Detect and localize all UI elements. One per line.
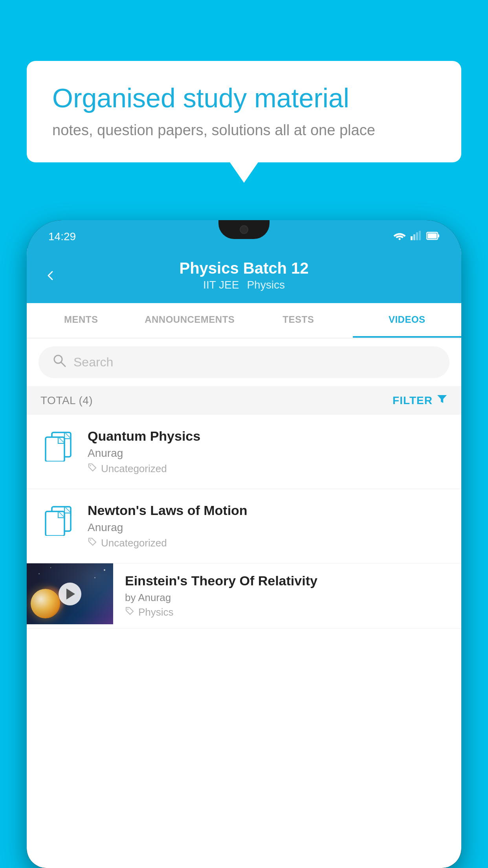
- svg-point-15: [90, 539, 91, 541]
- list-item[interactable]: Einstein's Theory Of Relativity by Anura…: [27, 563, 461, 629]
- video-author: Anurag: [88, 521, 448, 534]
- video-author: Anurag: [88, 447, 448, 460]
- svg-rect-2: [413, 234, 415, 240]
- search-icon: [52, 353, 66, 371]
- svg-point-16: [127, 609, 128, 610]
- search-bar[interactable]: Search: [39, 346, 449, 378]
- filter-button[interactable]: FILTER: [393, 393, 448, 408]
- tag-label: Uncategorized: [101, 537, 167, 549]
- svg-rect-7: [438, 234, 439, 237]
- video-info: Newton's Laws of Motion Anurag Uncategor…: [88, 503, 448, 549]
- svg-point-0: [399, 238, 401, 240]
- svg-rect-4: [419, 231, 421, 240]
- tag-label: Uncategorized: [101, 463, 167, 475]
- search-container: Search: [27, 338, 461, 386]
- play-triangle-icon: [66, 588, 75, 600]
- speech-bubble-container: Organised study material notes, question…: [27, 61, 461, 162]
- wifi-icon: [393, 231, 406, 243]
- video-tag: Physics: [125, 606, 449, 618]
- subtext: notes, question papers, solutions all at…: [52, 122, 436, 139]
- tab-ments[interactable]: MENTS: [27, 303, 136, 338]
- total-count: TOTAL (4): [40, 394, 93, 407]
- tag-icon: [88, 463, 97, 475]
- tab-tests[interactable]: TESTS: [244, 303, 353, 338]
- status-icons: [393, 231, 440, 243]
- list-item[interactable]: Quantum Physics Anurag Uncategorized: [27, 415, 461, 489]
- subtitle-iitjee: IIT JEE: [203, 279, 239, 291]
- svg-rect-1: [411, 236, 413, 240]
- phone-notch: [218, 220, 270, 239]
- speech-bubble: Organised study material notes, question…: [27, 61, 461, 162]
- subtitle-physics: Physics: [247, 279, 284, 291]
- tab-announcements[interactable]: ANNOUNCEMENTS: [136, 303, 244, 338]
- battery-icon: [426, 231, 440, 243]
- video-title: Newton's Laws of Motion: [88, 503, 448, 518]
- video-info: Quantum Physics Anurag Uncategorized: [88, 428, 448, 475]
- svg-line-9: [61, 362, 65, 366]
- filter-label: FILTER: [393, 394, 433, 407]
- back-button[interactable]: [44, 267, 56, 285]
- list-item[interactable]: Newton's Laws of Motion Anurag Uncategor…: [27, 489, 461, 563]
- video-tag: Uncategorized: [88, 537, 448, 549]
- video-info: Einstein's Theory Of Relativity by Anura…: [113, 563, 461, 628]
- tag-icon: [88, 537, 97, 549]
- filter-bar: TOTAL (4) FILTER: [27, 386, 461, 415]
- filter-icon: [437, 393, 448, 408]
- video-title: Quantum Physics: [88, 428, 448, 444]
- tab-videos[interactable]: VIDEOS: [353, 303, 462, 338]
- tag-icon: [125, 606, 134, 618]
- planet-decoration: [31, 589, 60, 618]
- folder-icon-container: [40, 428, 76, 464]
- signal-icon: [411, 231, 422, 243]
- app-content: Physics Batch 12 IIT JEE Physics MENTS A…: [27, 248, 461, 868]
- video-list: Quantum Physics Anurag Uncategorized: [27, 415, 461, 629]
- header-subtitle: IIT JEE Physics: [203, 279, 285, 291]
- video-title: Einstein's Theory Of Relativity: [125, 573, 449, 588]
- svg-rect-3: [416, 232, 418, 240]
- folder-icon-container: [40, 503, 76, 538]
- app-header: Physics Batch 12 IIT JEE Physics: [27, 248, 461, 303]
- status-bar: 14:29: [27, 220, 461, 248]
- play-button[interactable]: [59, 583, 81, 605]
- phone-frame: 14:29: [27, 220, 461, 868]
- search-placeholder: Search: [73, 355, 113, 370]
- tabs-container: MENTS ANNOUNCEMENTS TESTS VIDEOS: [27, 303, 461, 338]
- tag-label: Physics: [138, 606, 174, 618]
- video-thumbnail: [27, 563, 113, 624]
- status-time: 14:29: [48, 230, 76, 243]
- svg-rect-6: [428, 233, 437, 238]
- page-title: Physics Batch 12: [179, 259, 308, 277]
- video-tag: Uncategorized: [88, 463, 448, 475]
- folder-icon: [42, 432, 74, 461]
- video-author: by Anurag: [125, 592, 449, 604]
- camera-icon: [240, 225, 248, 234]
- svg-point-12: [90, 465, 91, 466]
- folder-icon: [42, 506, 74, 535]
- headline: Organised study material: [52, 83, 436, 113]
